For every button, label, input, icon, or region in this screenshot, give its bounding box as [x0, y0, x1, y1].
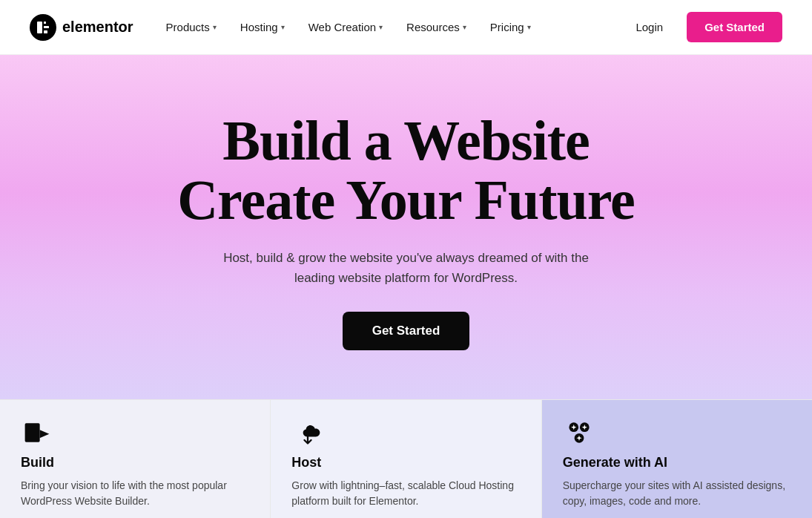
nav-item-resources[interactable]: Resources ▾ [396, 15, 477, 39]
host-card: Host Grow with lightning–fast, scalable … [271, 399, 541, 518]
ai-icon [563, 418, 595, 447]
build-card-title: Build [21, 455, 249, 471]
svg-rect-3 [44, 30, 47, 33]
nav-item-hosting[interactable]: Hosting ▾ [230, 15, 295, 39]
hero-cta-button[interactable]: Get Started [343, 312, 470, 350]
hero-section: Build a Website Create Your Future Host,… [0, 55, 812, 399]
nav-item-products[interactable]: Products ▾ [156, 15, 227, 39]
logo-icon [30, 14, 56, 41]
svg-rect-4 [25, 423, 40, 442]
nav-item-web-creation[interactable]: Web Creation ▾ [298, 15, 393, 39]
ai-card-title: Generate with AI [563, 455, 791, 471]
svg-rect-0 [37, 22, 42, 33]
nav-links: Products ▾ Hosting ▾ Web Creation ▾ Reso… [156, 15, 624, 39]
chevron-down-icon: ▾ [463, 23, 466, 31]
chevron-down-icon: ▾ [379, 23, 383, 31]
build-icon [21, 418, 53, 447]
svg-rect-2 [44, 26, 49, 28]
logo-text: elementor [62, 19, 133, 36]
host-card-title: Host [291, 455, 520, 471]
host-card-desc: Grow with lightning–fast, scalable Cloud… [291, 478, 520, 509]
chevron-down-icon: ▾ [281, 23, 285, 31]
logo[interactable]: elementor [30, 14, 133, 41]
ai-card: Generate with AI Supercharge your sites … [542, 399, 812, 518]
chevron-down-icon: ▾ [527, 23, 531, 31]
hero-title: Build a Website Create Your Future [177, 111, 635, 230]
get-started-nav-button[interactable]: Get Started [687, 12, 782, 42]
nav-actions: Login Get Started [624, 12, 782, 42]
navbar: elementor Products ▾ Hosting ▾ Web Creat… [0, 0, 812, 55]
login-button[interactable]: Login [624, 15, 675, 39]
build-card: Build Bring your vision to life with the… [0, 399, 271, 518]
nav-item-pricing[interactable]: Pricing ▾ [480, 15, 541, 39]
chevron-down-icon: ▾ [213, 23, 217, 31]
svg-rect-1 [44, 22, 46, 24]
ai-card-desc: Supercharge your sites with AI assisted … [563, 478, 791, 509]
svg-marker-5 [40, 430, 50, 438]
hero-subtitle: Host, build & grow the website you've al… [214, 248, 599, 288]
feature-cards: Build Bring your vision to life with the… [0, 399, 812, 518]
cloud-icon [291, 418, 324, 447]
build-card-desc: Bring your vision to life with the most … [21, 478, 249, 509]
